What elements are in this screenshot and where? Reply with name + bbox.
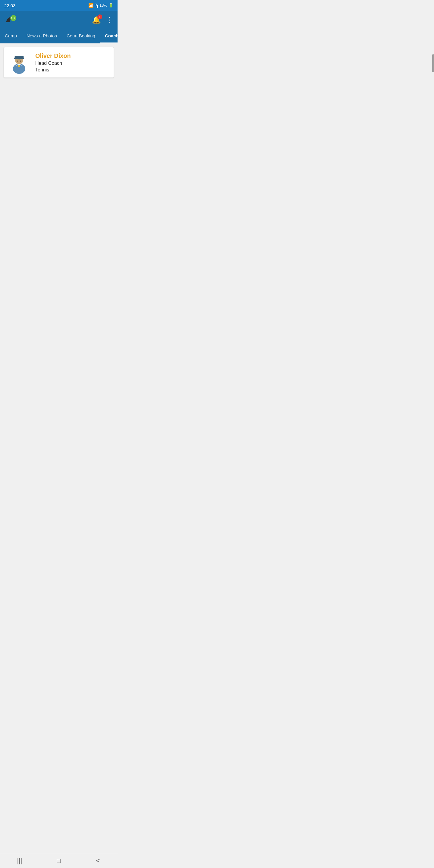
tab-coaches[interactable]: Coaches <box>100 29 118 43</box>
tab-camp[interactable]: Camp <box>0 29 22 43</box>
wifi-icon: 📶 <box>88 3 93 8</box>
battery-icon: 🔋 <box>108 3 113 7</box>
tab-court-booking[interactable]: Court Booking <box>62 29 100 43</box>
app-logo <box>4 14 18 26</box>
more-menu-button[interactable]: ⋮ <box>106 16 113 24</box>
notification-badge: 1 <box>97 14 102 19</box>
logo-icon <box>4 14 18 26</box>
status-time: 22:03 <box>4 3 16 8</box>
battery-label: 13% <box>99 3 107 7</box>
coach-card[interactable]: Oliver Dixon Head Coach Tennis <box>4 47 114 78</box>
app-bar: 🔔 1 ⋮ <box>0 11 118 29</box>
status-bar: 22:03 📶 R▌ 13% 🔋 <box>0 0 118 11</box>
svg-point-7 <box>20 60 21 62</box>
status-icons: 📶 R▌ 13% 🔋 <box>88 3 113 8</box>
coach-avatar-image <box>8 51 30 74</box>
coach-info: Oliver Dixon Head Coach Tennis <box>35 53 71 73</box>
coach-name: Oliver Dixon <box>35 53 71 59</box>
coach-sport: Tennis <box>35 67 71 73</box>
nav-tabs: Camp News n Photos Court Booking Coaches <box>0 29 118 43</box>
svg-point-6 <box>17 60 18 62</box>
content-area: Oliver Dixon Head Coach Tennis <box>0 43 118 224</box>
coach-avatar <box>7 50 31 74</box>
tab-news[interactable]: News n Photos <box>22 29 62 43</box>
notification-button[interactable]: 🔔 1 <box>92 16 101 24</box>
svg-point-5 <box>14 57 24 59</box>
svg-point-0 <box>10 15 16 21</box>
app-bar-actions: 🔔 1 ⋮ <box>92 16 113 24</box>
coach-role: Head Coach <box>35 61 71 66</box>
signal-icon: R▌ <box>95 3 98 8</box>
